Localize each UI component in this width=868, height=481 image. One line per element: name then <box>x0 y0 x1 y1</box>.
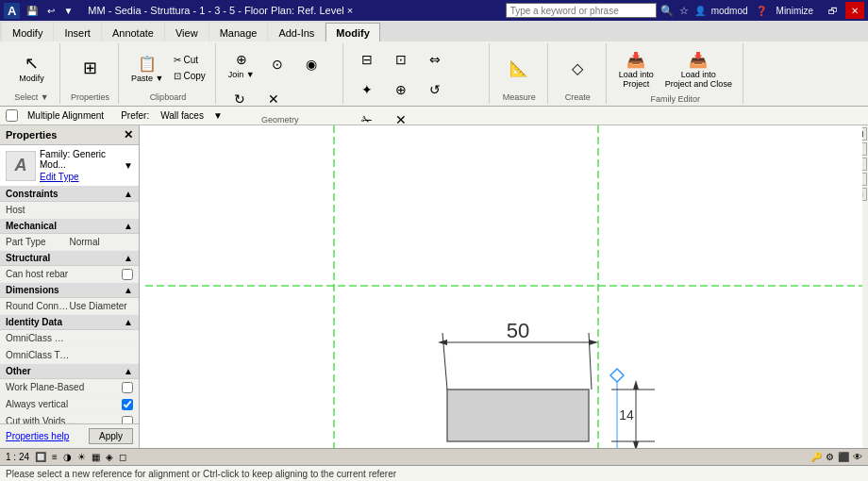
geometry-btn4[interactable]: ↻ <box>224 85 256 113</box>
mirror-button[interactable]: ⇔ <box>419 45 451 74</box>
tab-manage[interactable]: Manage <box>209 23 268 41</box>
section-constraints[interactable]: Constraints ▲ <box>0 187 139 202</box>
identity-data-label: Identity Data <box>6 317 62 327</box>
align-icon: ⊟ <box>356 48 378 71</box>
properties-close-button[interactable]: ✕ <box>124 128 133 141</box>
title-text: MM - Sedia - Struttura - 1 - 3 - 5 - Flo… <box>88 5 353 16</box>
properties-panel: Properties ✕ A Family: Generic Mod... Ed… <box>0 125 140 448</box>
modify-button[interactable]: ↖ Modify <box>14 49 49 87</box>
geometry-btn5[interactable]: ✕ <box>258 85 290 113</box>
properties-apply-button[interactable]: Apply <box>89 428 133 444</box>
load-project-icon: 📥 <box>625 48 647 71</box>
tab-insert[interactable]: Insert <box>54 23 101 41</box>
close-button[interactable]: ✕ <box>845 2 864 19</box>
modify-label: Modify <box>19 75 44 84</box>
clipboard-buttons: 📋 Paste ▼ ✂ Cut ⊡ Copy <box>126 45 209 91</box>
quick-access-more[interactable]: ▼ <box>61 6 75 16</box>
join-button[interactable]: ⊕ Join ▼ <box>224 45 259 83</box>
edit-type-link[interactable]: Edit Type <box>40 172 79 182</box>
section-mechanical[interactable]: Mechanical ▲ <box>0 219 139 234</box>
cut-with-voids-checkbox[interactable] <box>122 416 133 424</box>
section-structural[interactable]: Structural ▲ <box>0 251 139 266</box>
move-icon: ✦ <box>356 78 378 101</box>
tab-modify-active[interactable]: Modify <box>326 23 379 41</box>
other-collapse-icon: ▲ <box>124 366 133 376</box>
geometry-btn3[interactable]: ◉ <box>295 50 327 78</box>
properties-footer: Properties help Apply <box>0 423 139 448</box>
rotate-button[interactable]: ↺ <box>419 75 451 104</box>
section-other[interactable]: Other ▲ <box>0 364 139 379</box>
round-connector-label: Round Connecto... <box>6 301 70 311</box>
cut-with-voids-label: Cut with Voids ... <box>6 416 122 423</box>
prop-omniclass-num: OmniClass Num... <box>0 330 139 347</box>
sun-icon[interactable]: ☀ <box>77 452 86 462</box>
properties-title: Properties <box>6 129 57 141</box>
component-rect[interactable] <box>447 390 589 441</box>
detail-level-icon[interactable]: ▦ <box>92 452 100 462</box>
can-host-rebar-checkbox[interactable] <box>122 269 133 280</box>
quick-access-undo[interactable]: ↩ <box>44 6 58 16</box>
canvas-area[interactable]: ⊡ + − ⟨ □ 50 <box>140 125 868 448</box>
dim-text-50: 50 <box>507 319 529 342</box>
tab-modify-main[interactable]: Modify <box>2 23 53 41</box>
ribbon-group-create: ◇ Create <box>550 43 607 104</box>
search-input[interactable] <box>506 3 657 18</box>
move-button[interactable]: ✦ <box>351 75 383 104</box>
view-properties-icon[interactable]: 👁 <box>853 452 862 462</box>
part-type-value[interactable]: Normal <box>70 237 134 247</box>
dimensions-label: Dimensions <box>6 285 59 295</box>
search-icon[interactable]: 🔍 <box>660 5 674 17</box>
constraints-collapse-icon: ▲ <box>124 189 133 199</box>
tab-addins[interactable]: Add-Ins <box>268 23 325 41</box>
create-button[interactable]: ◇ <box>561 54 593 82</box>
measure-button[interactable]: 📐 <box>503 54 535 82</box>
mirror-icon: ⇔ <box>424 48 446 71</box>
section-dimensions[interactable]: Dimensions ▲ <box>0 283 139 298</box>
copy-mod-button[interactable]: ⊕ <box>385 75 417 104</box>
always-vertical-checkbox[interactable] <box>122 399 133 410</box>
properties-button[interactable]: ⊞ <box>75 54 107 82</box>
load-into-project-button[interactable]: 📥 Load intoProject <box>614 45 659 92</box>
properties-help-link[interactable]: Properties help <box>6 431 69 441</box>
copy-button[interactable]: ⊡ Copy <box>170 69 209 83</box>
help-icon[interactable]: ❓ <box>756 6 767 16</box>
work-plane-checkbox[interactable] <box>122 382 133 393</box>
offset-button[interactable]: ⊡ <box>385 45 417 74</box>
paste-button[interactable]: 📋 Paste ▼ <box>126 49 168 87</box>
geometry-group-label: Geometry <box>261 113 299 124</box>
cut-button[interactable]: ✂ Cut <box>170 53 209 67</box>
title-bar: A 💾 ↩ ▼ MM - Sedia - Struttura - 1 - 3 -… <box>0 0 868 21</box>
expand-icon[interactable]: ▼ <box>124 160 133 171</box>
align-button[interactable]: ⊟ <box>351 45 383 74</box>
worksets-icon[interactable]: 🔑 <box>810 452 822 462</box>
prop-always-vertical: Always vertical <box>0 396 139 413</box>
design-options-icon[interactable]: ⚙ <box>826 452 834 462</box>
tab-view[interactable]: View <box>165 23 209 41</box>
restore-button[interactable]: 🗗 <box>823 2 843 19</box>
visual-style-icon[interactable]: ◈ <box>106 452 113 462</box>
thin-lines-icon[interactable]: ≡ <box>52 452 58 462</box>
filter-icon[interactable]: ⬛ <box>838 452 849 462</box>
user-icon[interactable]: 👤 <box>694 6 706 16</box>
geometry-btn2[interactable]: ⊙ <box>261 50 293 78</box>
omniclass-title-label: OmniClass Title <box>6 350 70 360</box>
drawing-canvas[interactable]: 50 14 <box>140 125 868 448</box>
can-host-rebar-label: Can host rebar <box>6 269 122 279</box>
section-identity-data[interactable]: Identity Data ▲ <box>0 315 139 330</box>
quick-access-save[interactable]: 💾 <box>24 6 41 16</box>
star-icon[interactable]: ☆ <box>679 5 689 17</box>
tab-annotate[interactable]: Annotate <box>102 23 164 41</box>
load-into-project-close-button[interactable]: 📥 Load intoProject and Close <box>660 45 737 92</box>
model-view-icon[interactable]: 🔲 <box>35 452 46 462</box>
shadows-icon[interactable]: ◑ <box>63 452 72 462</box>
multiple-alignment-checkbox[interactable] <box>6 109 18 122</box>
copy-mod-icon: ⊕ <box>390 78 412 101</box>
omniclass-num-label: OmniClass Num... <box>6 333 70 343</box>
status-message-bar: Please select a new reference for alignm… <box>0 465 868 481</box>
highlight-icon[interactable]: ◻ <box>119 452 126 462</box>
round-connector-value[interactable]: Use Diameter <box>70 301 134 311</box>
prop-work-plane-based: Work Plane-Based <box>0 379 139 396</box>
minimize-button[interactable]: Minimize <box>769 2 821 19</box>
properties-buttons: ⊞ <box>75 45 107 91</box>
prefer-dropdown-icon[interactable]: ▼ <box>213 110 223 121</box>
